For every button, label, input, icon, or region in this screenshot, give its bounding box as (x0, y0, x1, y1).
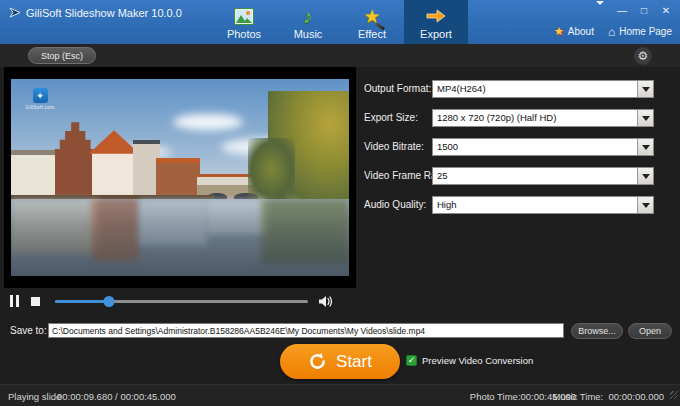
tab-export[interactable]: Export (404, 0, 468, 44)
pause-icon (10, 295, 13, 307)
save-path-input[interactable] (48, 323, 564, 338)
field-label: Audio Quality: (364, 199, 426, 210)
gear-icon: ⚙ (638, 50, 649, 62)
status-bar: Playing slide 00:00:09.680 / 00:00:45.00… (0, 384, 680, 406)
reflection-shape (11, 199, 99, 253)
header-links: ★ About ⌂ Home Page (554, 25, 672, 38)
app-logo-icon (8, 5, 23, 20)
dropdown-button[interactable] (637, 197, 653, 213)
dropdown-button[interactable] (637, 139, 653, 155)
window-controls: — □ ✕ (592, 3, 674, 17)
field-label: Export Size: (364, 112, 418, 123)
watermark: ✦ GiliSoft.com (21, 88, 59, 110)
chevron-down-icon (642, 174, 650, 179)
building-shape (92, 150, 136, 201)
resize-grip[interactable] (670, 391, 678, 399)
reflection-shape (92, 199, 139, 260)
field-audio-quality: Audio Quality: High (364, 196, 664, 214)
dropdown-button[interactable] (637, 81, 653, 97)
trees-shape (248, 138, 295, 201)
status-music-time: Music Time: 00:00:00.000 (553, 391, 664, 402)
field-video-frame-rate: Video Frame Rate: 25 (364, 167, 664, 185)
progress-thumb[interactable] (104, 296, 115, 307)
chevron-down-icon (642, 203, 650, 208)
selected-value: High (433, 197, 637, 213)
selected-value: 1500 (433, 139, 637, 155)
tab-label: Export (420, 28, 452, 40)
water-shape (11, 199, 349, 276)
export-size-select[interactable]: 1280 x 720 (720p) (Half HD) (432, 109, 654, 127)
app-window: GiliSoft Slideshow Maker 10.0.0 — □ ✕ Ph… (0, 0, 680, 406)
tab-music[interactable]: ♪ Music (276, 0, 340, 44)
progress-fill (55, 300, 109, 303)
output-format-select[interactable]: MP4(H264) (432, 80, 654, 98)
home-icon: ⌂ (608, 27, 615, 37)
start-label: Start (336, 352, 372, 372)
minimize-button[interactable]: — (614, 3, 630, 17)
music-note-icon: ♪ (303, 4, 313, 28)
window-menu-icon[interactable] (592, 3, 608, 17)
checkbox-checked-icon[interactable]: ✓ (406, 355, 417, 366)
stop-playback-button[interactable] (31, 297, 40, 306)
magic-star-icon: ★ (363, 4, 380, 28)
selected-value: MP4(H264) (433, 81, 637, 97)
chevron-down-icon (642, 145, 650, 150)
reflection-shape (261, 199, 349, 264)
settings-button[interactable]: ⚙ (634, 47, 652, 65)
selected-value: 25 (433, 168, 637, 184)
main-tabs: Photos ♪ Music ★ Effect Export (212, 0, 468, 44)
photos-icon (234, 4, 254, 28)
pause-button[interactable] (10, 295, 20, 307)
cloud-shape (173, 114, 243, 130)
reflection-shape (139, 199, 207, 245)
chevron-down-icon (642, 116, 650, 121)
progress-slider[interactable] (55, 300, 308, 303)
tab-label: Music (294, 28, 323, 40)
watermark-text: GiliSoft.com (21, 104, 59, 110)
tab-label: Photos (227, 28, 261, 40)
tab-effect[interactable]: ★ Effect (340, 0, 404, 44)
close-button[interactable]: ✕ (658, 3, 674, 17)
home-page-link[interactable]: ⌂ Home Page (608, 26, 672, 37)
save-to-label: Save to: (10, 325, 47, 336)
frame-rate-select[interactable]: 25 (432, 167, 654, 185)
reflection-shape (207, 199, 268, 234)
building-shape (11, 150, 62, 201)
selected-value: 1280 x 720 (720p) (Half HD) (433, 110, 637, 126)
field-output-format: Output Format: MP4(H264) (364, 80, 664, 98)
window-title: GiliSoft Slideshow Maker 10.0.0 (26, 7, 182, 19)
volume-button[interactable] (318, 294, 333, 312)
preview-conversion-option[interactable]: ✓ Preview Video Conversion (406, 355, 533, 366)
refresh-icon (308, 352, 327, 371)
about-link[interactable]: ★ About (554, 25, 594, 38)
field-video-bitrate: Video Bitrate: 1500 (364, 138, 664, 156)
maximize-button[interactable]: □ (636, 3, 652, 17)
speaker-icon (318, 295, 333, 308)
building-shape (55, 122, 96, 201)
preview-conversion-label: Preview Video Conversion (422, 355, 533, 366)
export-arrow-icon (425, 4, 447, 28)
chevron-down-icon (642, 87, 650, 92)
stop-esc-button[interactable]: Stop (Esc) (28, 47, 96, 64)
tab-photos[interactable]: Photos (212, 0, 276, 44)
save-row: Save to: Browse... Open (0, 320, 680, 340)
title-bar: GiliSoft Slideshow Maker 10.0.0 — □ ✕ Ph… (0, 0, 680, 44)
start-button[interactable]: Start (280, 344, 400, 379)
status-playback-time: 00:00:09.680 / 00:00:45.000 (57, 391, 176, 402)
slideshow-image: ✦ GiliSoft.com (11, 79, 349, 276)
player-controls (0, 288, 360, 314)
field-export-size: Export Size: 1280 x 720 (720p) (Half HD) (364, 109, 664, 127)
dropdown-button[interactable] (637, 110, 653, 126)
browse-button[interactable]: Browse... (571, 323, 623, 339)
dropdown-button[interactable] (637, 168, 653, 184)
home-page-label: Home Page (619, 26, 672, 37)
field-label: Output Format: (364, 83, 431, 94)
video-bitrate-select[interactable]: 1500 (432, 138, 654, 156)
audio-quality-select[interactable]: High (432, 196, 654, 214)
toolbar: Stop (Esc) ⚙ (0, 44, 680, 67)
watermark-logo-icon: ✦ (33, 88, 48, 103)
field-label: Video Bitrate: (364, 141, 424, 152)
video-preview-frame: ✦ GiliSoft.com (4, 67, 356, 288)
open-button[interactable]: Open (628, 323, 672, 339)
about-label: About (568, 26, 594, 37)
